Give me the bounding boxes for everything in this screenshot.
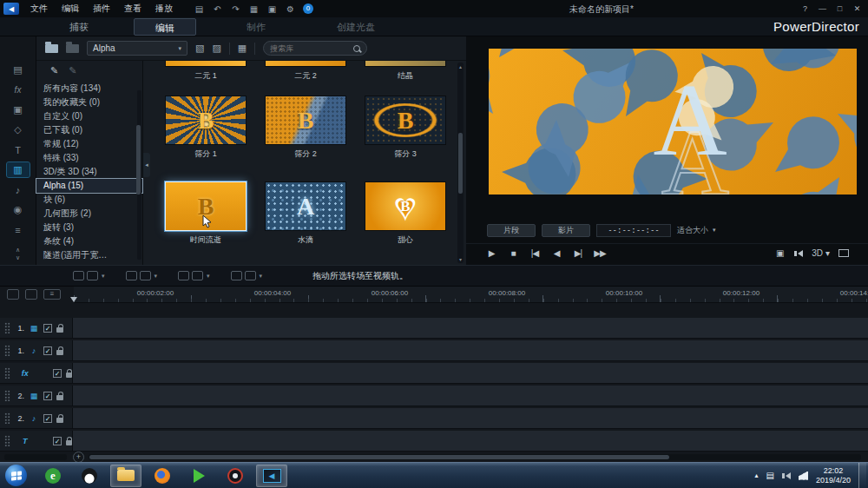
transition-tool-icon[interactable] bbox=[192, 271, 203, 280]
fast-forward-button[interactable]: ▶▶ bbox=[594, 248, 606, 258]
tray-volume-icon[interactable] bbox=[782, 472, 791, 479]
track-lane[interactable] bbox=[73, 431, 868, 452]
rooms-scroll-up-icon[interactable]: ∧ bbox=[16, 247, 20, 254]
apply-transition-group[interactable]: ▾ bbox=[178, 271, 210, 280]
track-lock-icon[interactable] bbox=[66, 373, 72, 378]
transition-item[interactable]: 结晶 bbox=[365, 61, 446, 81]
track-enable-checkbox[interactable]: ✓ bbox=[43, 346, 52, 355]
search-icon[interactable] bbox=[353, 45, 360, 52]
grid-view-icon[interactable]: ▦ bbox=[238, 43, 247, 54]
transition-tool-icon[interactable] bbox=[140, 271, 151, 280]
category-item[interactable]: 我的收藏夹 (0) bbox=[36, 96, 142, 109]
category-item-selected[interactable]: Alpha (15) bbox=[36, 179, 142, 193]
play-button[interactable]: ▶ bbox=[485, 248, 497, 258]
start-button[interactable] bbox=[5, 465, 27, 486]
show-desktop-button[interactable] bbox=[858, 463, 866, 488]
movie-mode-button[interactable]: 影片 bbox=[542, 224, 590, 237]
title-room-icon[interactable]: T bbox=[7, 142, 30, 157]
track-grip[interactable] bbox=[4, 345, 10, 356]
rooms-scroll-down-icon[interactable]: ∨ bbox=[16, 254, 20, 261]
transition-item[interactable]: B 筛分 1 bbox=[165, 96, 247, 159]
aspect-ratio-icon[interactable]: ▣ bbox=[266, 4, 278, 14]
track-enable-checkbox[interactable]: ✓ bbox=[43, 324, 52, 333]
audio-mixing-room-icon[interactable]: ♪ bbox=[7, 182, 30, 197]
redo-icon[interactable]: ↷ bbox=[230, 4, 241, 14]
transition-thumb[interactable]: B bbox=[165, 96, 247, 145]
effects-room-icon[interactable]: fx bbox=[7, 82, 30, 97]
maximize-button[interactable]: □ bbox=[832, 3, 847, 15]
clip-mode-button[interactable]: 片段 bbox=[487, 224, 536, 237]
transition-tool-icon[interactable] bbox=[178, 271, 189, 280]
track-header[interactable]: 1. ♪ ✓ bbox=[0, 340, 73, 361]
category-item[interactable]: 所有内容 (134) bbox=[36, 82, 142, 96]
menu-view[interactable]: 查看 bbox=[117, 1, 148, 16]
category-item[interactable]: 几何图形 (2) bbox=[36, 207, 142, 221]
transition-thumb-partial[interactable] bbox=[265, 61, 346, 67]
fullscreen-icon[interactable] bbox=[838, 249, 849, 257]
3d-mode-dropdown[interactable]: 3D ▾ bbox=[812, 248, 830, 258]
menu-file[interactable]: 文件 bbox=[23, 1, 55, 16]
track-header[interactable]: 2. ▦ ✓ bbox=[0, 386, 73, 406]
category-item[interactable]: 已下载 (0) bbox=[36, 123, 142, 137]
track-lock-icon[interactable] bbox=[56, 395, 63, 400]
scroll-up-icon[interactable]: ▴ bbox=[459, 63, 462, 69]
track-header[interactable]: 2. ♪ ✓ bbox=[0, 408, 73, 429]
transition-thumb-partial[interactable] bbox=[365, 61, 446, 67]
previous-frame-button[interactable]: |◀ bbox=[529, 248, 541, 258]
download-media-icon[interactable]: ▨ bbox=[212, 43, 220, 54]
collapse-categories-button[interactable]: ◂ bbox=[143, 153, 150, 177]
category-item[interactable]: 条纹 (4) bbox=[36, 234, 142, 248]
category-filter-dropdown[interactable]: Alpha ▾ bbox=[87, 41, 187, 56]
stop-button[interactable]: ■ bbox=[507, 248, 519, 258]
transition-tool-icon[interactable] bbox=[73, 271, 84, 280]
tray-network-icon[interactable] bbox=[799, 472, 808, 480]
transition-thumb[interactable]: B bbox=[365, 96, 446, 145]
track-header[interactable]: T ✓ bbox=[0, 431, 73, 452]
track-lane[interactable] bbox=[73, 408, 868, 429]
track-enable-checkbox[interactable]: ✓ bbox=[43, 414, 52, 423]
category-item[interactable]: 特殊 (33) bbox=[36, 151, 142, 165]
scrollbar-thumb[interactable] bbox=[89, 455, 669, 459]
transition-item-selected[interactable]: B 时间流逝 bbox=[165, 181, 247, 245]
step-back-button[interactable]: ◀ bbox=[550, 248, 562, 258]
taskbar-powerdirector[interactable]: ◀ bbox=[256, 465, 287, 487]
track-lane[interactable] bbox=[73, 318, 868, 339]
transition-thumb[interactable]: B bbox=[165, 181, 247, 231]
transition-tool-icon[interactable] bbox=[231, 271, 242, 280]
tray-expand-icon[interactable]: ▴ bbox=[754, 472, 758, 479]
timeline-ruler[interactable]: 00:00:02:00 00:00:04:00 00:00:06:00 00:0… bbox=[74, 287, 868, 303]
track-lane[interactable] bbox=[73, 340, 868, 361]
transition-item[interactable]: 二元 1 bbox=[165, 61, 247, 81]
transition-item[interactable]: ♥ ♥ B 甜心 bbox=[365, 181, 446, 245]
taskbar-firefox[interactable] bbox=[147, 465, 178, 487]
category-scrollbar[interactable] bbox=[137, 90, 141, 260]
volume-icon[interactable] bbox=[794, 250, 803, 257]
transition-item[interactable]: 二元 2 bbox=[265, 61, 346, 81]
tray-misc-icon[interactable]: ▤ bbox=[766, 471, 774, 480]
track-enable-checkbox[interactable]: ✓ bbox=[53, 437, 61, 445]
timeline-left-scrollbar[interactable] bbox=[4, 454, 67, 460]
voiceover-room-icon[interactable]: ◉ bbox=[7, 202, 30, 217]
new-folder-icon[interactable] bbox=[45, 44, 58, 53]
category-item[interactable]: 常规 (12) bbox=[36, 137, 142, 151]
import-media-icon[interactable]: ▧ bbox=[195, 43, 204, 54]
transition-room-icon[interactable]: ▥ bbox=[7, 162, 30, 177]
track-grip[interactable] bbox=[4, 322, 10, 333]
track-lock-icon[interactable] bbox=[66, 440, 72, 445]
notification-badge[interactable]: 0 bbox=[303, 3, 313, 14]
track-grip[interactable] bbox=[4, 390, 10, 401]
category-item[interactable]: 块 (6) bbox=[36, 193, 142, 207]
transition-thumb[interactable]: B bbox=[265, 96, 346, 145]
room-layout-icon[interactable]: ▦ bbox=[248, 4, 260, 14]
timeline-view-icon[interactable]: ≡ bbox=[43, 289, 61, 300]
particle-room-icon[interactable]: ◇ bbox=[7, 122, 30, 137]
apply-transition-group[interactable]: ▾ bbox=[73, 271, 105, 280]
chapter-room-icon[interactable]: ≡ bbox=[7, 222, 30, 237]
help-button[interactable]: ? bbox=[798, 3, 812, 15]
menu-playback[interactable]: 播放 bbox=[148, 1, 180, 16]
undo-icon[interactable]: ↶ bbox=[212, 4, 223, 14]
search-input[interactable] bbox=[270, 44, 350, 53]
media-room-icon[interactable]: ▤ bbox=[7, 63, 30, 77]
track-lock-icon[interactable] bbox=[56, 327, 63, 333]
track-manager-icon[interactable] bbox=[25, 289, 37, 300]
